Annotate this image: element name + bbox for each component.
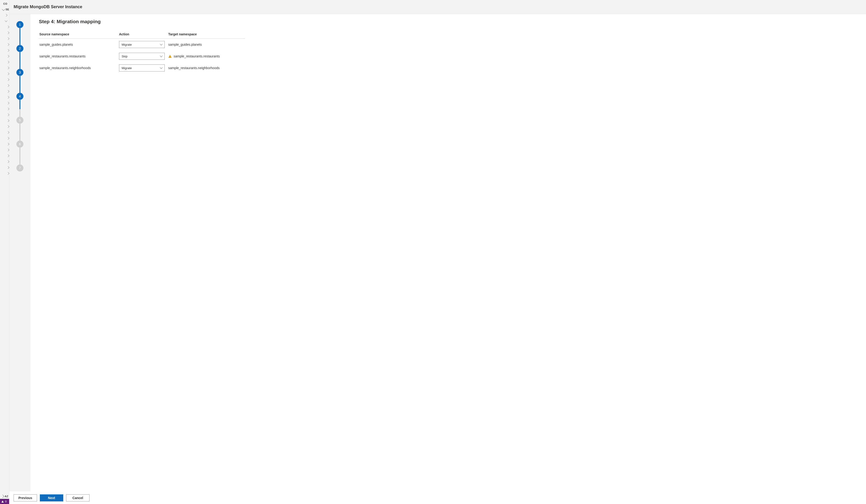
step-indicator-5[interactable]: 5 — [16, 117, 23, 124]
step-connector — [20, 124, 20, 141]
chevron-right-icon — [7, 137, 9, 139]
wizard-stepper: 1 2 3 4 5 6 7 — [9, 14, 31, 491]
mapping-table: Source namespace Action Target namespace… — [39, 31, 245, 74]
table-row: sample_restaurants.restaurants Skip — [39, 51, 245, 62]
sidebar-tree-item[interactable] — [0, 100, 9, 106]
sidebar-tree-item[interactable] — [0, 47, 9, 53]
chevron-right-icon — [7, 108, 9, 110]
step-indicator-7[interactable]: 7 — [16, 165, 23, 171]
sidebar-tree-item[interactable] — [0, 36, 9, 42]
chevron-right-icon — [7, 37, 9, 40]
sidebar-section-servers[interactable]: SE — [0, 7, 9, 12]
sidebar-tree-item[interactable] — [0, 135, 9, 141]
sidebar-tree-item[interactable] — [0, 18, 9, 24]
step-indicator-3[interactable]: 3 — [16, 69, 23, 76]
chevron-right-icon — [1, 495, 4, 498]
chevron-right-icon — [7, 96, 9, 98]
chevron-right-icon — [7, 55, 9, 57]
sidebar-tree-item[interactable] — [0, 30, 9, 36]
action-select[interactable]: Skip — [119, 53, 165, 60]
sidebar-tree-item[interactable] — [0, 165, 9, 170]
sidebar-tree-item[interactable] — [0, 42, 9, 47]
next-button[interactable]: Next — [40, 494, 63, 501]
action-select[interactable]: Migrate — [119, 65, 165, 71]
main-panel: Migrate MongoDB Server Instance 1 2 3 4 … — [9, 0, 866, 504]
chevron-right-icon — [7, 72, 9, 75]
chevron-right-icon — [7, 119, 9, 122]
sidebar-section-label: SE — [5, 8, 9, 11]
target-namespace-cell: sample_restaurants.neighborhoods — [168, 66, 243, 70]
table-row: sample_restaurants.neighborhoods Migrate… — [39, 62, 245, 74]
sidebar-tree-item[interactable] — [0, 123, 9, 129]
step-connector — [20, 76, 20, 93]
sidebar-tree-item[interactable] — [0, 153, 9, 159]
cancel-button[interactable]: Cancel — [66, 494, 89, 501]
sidebar-tree-item[interactable] — [0, 106, 9, 112]
previous-button[interactable]: Previous — [14, 494, 37, 501]
chevron-down-icon — [2, 8, 5, 11]
sidebar-tree-item[interactable] — [0, 129, 9, 135]
action-select-value: Skip — [122, 55, 127, 58]
chevron-right-icon — [7, 61, 9, 63]
status-bar[interactable]: 0 — [0, 499, 9, 504]
step-connector — [20, 52, 20, 69]
sidebar-tree-item[interactable] — [0, 147, 9, 153]
sidebar-tree-item[interactable] — [0, 71, 9, 77]
step-indicator-1[interactable]: 1 — [16, 21, 23, 28]
sidebar-tree-item[interactable] — [0, 24, 9, 30]
step-indicator-4[interactable]: 4 — [16, 93, 23, 100]
step-indicator-2[interactable]: 2 — [16, 45, 23, 52]
wizard-footer: Previous Next Cancel — [9, 491, 866, 504]
chevron-right-icon — [7, 148, 9, 151]
sidebar-section-label: CO — [3, 2, 7, 5]
sidebar-tree-item[interactable] — [0, 112, 9, 117]
sidebar-tree-item[interactable] — [0, 141, 9, 147]
action-select-value: Migrate — [122, 66, 132, 70]
sidebar-section-connections[interactable]: CO — [0, 1, 9, 7]
sidebar-tree-item[interactable] — [0, 12, 9, 18]
chevron-right-icon — [7, 102, 9, 104]
action-select-value: Migrate — [122, 43, 132, 46]
target-namespace-text: sample_restaurants.restaurants — [174, 54, 220, 58]
source-namespace-cell: sample_restaurants.restaurants — [39, 51, 119, 62]
sidebar-tree-item[interactable] — [0, 53, 9, 59]
svg-rect-0 — [170, 56, 170, 57]
action-select[interactable]: Migrate — [119, 41, 165, 48]
explorer-sidebar: CO SE — [0, 0, 9, 504]
chevron-right-icon — [7, 78, 9, 81]
step-heading: Step 4: Migration mapping — [39, 19, 857, 24]
status-warning-count: 0 — [5, 500, 7, 503]
chevron-down-icon — [160, 43, 162, 45]
chevron-down-icon — [160, 54, 162, 57]
source-namespace-cell: sample_guides.planets — [39, 39, 119, 51]
sidebar-tree-item[interactable] — [0, 82, 9, 88]
sidebar-section-azure[interactable]: AZ — [0, 494, 9, 499]
step-indicator-6[interactable]: 6 — [16, 141, 23, 148]
chevron-right-icon — [7, 67, 9, 69]
chevron-right-icon — [5, 14, 7, 16]
sidebar-tree-item[interactable] — [0, 94, 9, 100]
chevron-right-icon — [7, 160, 9, 163]
chevron-right-icon — [7, 131, 9, 134]
source-namespace-cell: sample_restaurants.neighborhoods — [39, 62, 119, 74]
chevron-right-icon — [7, 166, 9, 169]
table-row: sample_guides.planets Migrate sample_gui… — [39, 39, 245, 51]
column-header-target: Target namespace — [168, 31, 245, 39]
step-connector — [20, 148, 20, 165]
sidebar-tree-item[interactable] — [0, 159, 9, 165]
sidebar-tree-item[interactable] — [0, 170, 9, 176]
sidebar-tree-item[interactable] — [0, 59, 9, 65]
target-namespace-text: sample_guides.planets — [168, 43, 202, 46]
sidebar-tree-item[interactable] — [0, 88, 9, 94]
sidebar-tree-item[interactable] — [0, 65, 9, 71]
chevron-right-icon — [7, 154, 9, 157]
step-connector — [20, 100, 20, 117]
sidebar-tree-item[interactable] — [0, 77, 9, 82]
column-header-action: Action — [119, 31, 168, 39]
target-namespace-cell: sample_guides.planets — [168, 43, 243, 46]
chevron-right-icon — [7, 113, 9, 116]
sidebar-tree-item[interactable] — [0, 117, 9, 123]
chevron-right-icon — [7, 84, 9, 87]
chevron-right-icon — [7, 31, 9, 34]
chevron-down-icon — [5, 19, 7, 22]
